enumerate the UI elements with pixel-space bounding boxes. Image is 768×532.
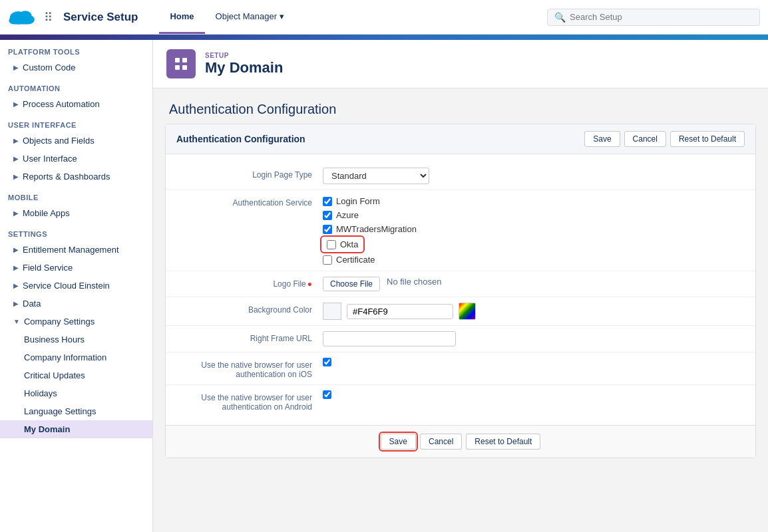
sidebar-item-language-settings[interactable]: Language Settings xyxy=(0,402,152,420)
setup-label: SETUP xyxy=(205,52,283,59)
sidebar-item-user-interface[interactable]: ▶ User Interface xyxy=(0,150,152,168)
sidebar-item-business-hours[interactable]: Business Hours xyxy=(0,331,152,348)
sidebar-item-label: Data xyxy=(23,299,41,309)
sidebar-item-company-information[interactable]: Company Information xyxy=(0,348,152,366)
search-bar: 🔍 xyxy=(547,9,760,26)
chevron-icon: ▶ xyxy=(13,264,19,271)
section-title: Authentication Configuration xyxy=(153,88,768,124)
svg-rect-6 xyxy=(182,58,187,63)
auth-mwtradmig-label: MWTradersMigration xyxy=(336,224,417,234)
auth-login-form-label: Login Form xyxy=(336,196,380,206)
nav-tab-home[interactable]: Home xyxy=(159,0,204,34)
auth-okta-checkbox[interactable] xyxy=(327,240,336,249)
page-header-text: SETUP My Domain xyxy=(205,52,283,76)
sidebar-item-label: Reports & Dashboards xyxy=(23,172,110,182)
save-button-bottom[interactable]: Save xyxy=(381,434,416,450)
bg-color-input[interactable] xyxy=(347,304,453,319)
auth-azure-checkbox[interactable] xyxy=(323,211,332,220)
chevron-icon: ▶ xyxy=(13,300,19,307)
auth-mwtradmig-checkbox[interactable] xyxy=(323,225,332,234)
sidebar-item-label: Holidays xyxy=(24,388,57,398)
chevron-icon: ▶ xyxy=(13,64,19,71)
auth-azure-label: Azure xyxy=(336,210,359,220)
right-frame-url-label: Right Frame URL xyxy=(176,331,323,343)
android-checkbox[interactable] xyxy=(323,390,331,399)
login-page-type-select[interactable]: Standard Custom xyxy=(323,168,429,184)
sidebar-item-objects-and-fields[interactable]: ▶ Objects and Fields xyxy=(0,132,152,150)
sidebar-item-company-settings[interactable]: ▼ Company Settings xyxy=(0,313,152,331)
auth-certificate-label: Certificate xyxy=(336,255,375,265)
chevron-icon: ▶ xyxy=(13,246,19,253)
login-page-type-control: Standard Custom xyxy=(323,168,745,184)
nav-tabs: Home Object Manager ▾ xyxy=(159,0,295,34)
sidebar-item-mobile-apps[interactable]: ▶ Mobile Apps xyxy=(0,204,152,222)
auth-service-label: Authentication Service xyxy=(176,196,323,207)
login-page-type-row: Login Page Type Standard Custom xyxy=(166,162,755,190)
login-page-type-label: Login Page Type xyxy=(176,168,323,180)
sidebar-item-label: My Domain xyxy=(24,424,70,434)
sidebar-item-field-service[interactable]: ▶ Field Service xyxy=(0,259,152,277)
sidebar-item-critical-updates[interactable]: Critical Updates xyxy=(0,366,152,384)
ios-row: Use the native browser for user authenti… xyxy=(166,352,755,385)
logo-file-label: Logo File● xyxy=(176,277,323,289)
android-control xyxy=(323,390,745,399)
right-frame-url-control xyxy=(323,331,745,346)
bg-color-row: Background Color xyxy=(166,297,755,326)
sidebar-item-label: Service Cloud Einstein xyxy=(23,281,110,291)
chevron-icon: ▶ xyxy=(13,137,19,144)
top-bar: ⠿ Service Setup Home Object Manager ▾ 🔍 xyxy=(0,0,768,35)
right-frame-url-input[interactable] xyxy=(323,331,456,346)
settings-header: SETTINGS xyxy=(0,222,152,241)
automation-header: AUTOMATION xyxy=(0,76,152,95)
form-card-header: Authentication Configuration Save Cancel… xyxy=(166,124,755,154)
sidebar-item-service-cloud-einstein[interactable]: ▶ Service Cloud Einstein xyxy=(0,277,152,295)
auth-certificate-checkbox[interactable] xyxy=(323,255,332,265)
sidebar-item-label: Business Hours xyxy=(24,334,85,344)
bg-color-control xyxy=(323,303,745,320)
sidebar-item-custom-code[interactable]: ▶ Custom Code xyxy=(0,59,152,76)
auth-azure-row: Azure xyxy=(323,209,745,221)
auth-okta-row: Okta xyxy=(323,237,745,251)
choose-file-button[interactable]: Choose File xyxy=(323,277,380,291)
form-body: Login Page Type Standard Custom Authenti… xyxy=(166,154,755,425)
app-grid-icon[interactable]: ⠿ xyxy=(44,10,53,25)
android-row: Use the native browser for user authenti… xyxy=(166,385,755,417)
search-input[interactable] xyxy=(570,12,753,22)
auth-okta-label: Okta xyxy=(340,239,358,249)
sidebar-item-label: User Interface xyxy=(23,154,77,164)
sidebar-item-label: Company Settings xyxy=(24,317,95,327)
sidebar-item-reports-dashboards[interactable]: ▶ Reports & Dashboards xyxy=(0,168,152,186)
sidebar-item-process-automation[interactable]: ▶ Process Automation xyxy=(0,95,152,113)
sidebar-item-data[interactable]: ▶ Data xyxy=(0,295,152,313)
main-layout: PLATFORM TOOLS ▶ Custom Code AUTOMATION … xyxy=(0,40,768,532)
sidebar-item-label: Critical Updates xyxy=(24,370,85,380)
content-area: SETUP My Domain Authentication Configura… xyxy=(153,40,768,532)
ios-checkbox[interactable] xyxy=(323,358,331,366)
top-btn-group: Save Cancel Reset to Default xyxy=(584,131,745,147)
sidebar-item-label: Process Automation xyxy=(23,99,100,109)
sidebar-item-label: Company Information xyxy=(24,352,106,362)
nav-tab-object-manager[interactable]: Object Manager ▾ xyxy=(205,0,295,34)
save-button-top[interactable]: Save xyxy=(584,131,620,147)
form-card-title: Authentication Configuration xyxy=(176,134,305,144)
auth-service-control: Login Form Azure MWTradersMigration xyxy=(323,196,745,265)
auth-login-form-checkbox[interactable] xyxy=(323,197,332,206)
chevron-down-icon: ▼ xyxy=(13,318,20,325)
chevron-down-icon: ▾ xyxy=(280,11,284,21)
reset-button-bottom[interactable]: Reset to Default xyxy=(466,434,540,450)
svg-rect-8 xyxy=(182,65,187,70)
bottom-actions: Save Cancel Reset to Default xyxy=(166,425,755,458)
chevron-icon: ▶ xyxy=(13,173,19,180)
salesforce-logo xyxy=(8,7,36,28)
svg-rect-4 xyxy=(12,17,33,24)
sidebar-item-my-domain[interactable]: My Domain xyxy=(0,420,152,438)
cancel-button-top[interactable]: Cancel xyxy=(624,131,666,147)
reset-button-top[interactable]: Reset to Default xyxy=(670,131,745,147)
user-interface-header: USER INTERFACE xyxy=(0,113,152,132)
color-picker-button[interactable] xyxy=(459,303,476,320)
svg-rect-5 xyxy=(175,58,180,63)
sidebar-item-label: Objects and Fields xyxy=(23,136,95,146)
cancel-button-bottom[interactable]: Cancel xyxy=(420,434,462,450)
sidebar-item-holidays[interactable]: Holidays xyxy=(0,384,152,402)
sidebar-item-entitlement-management[interactable]: ▶ Entitlement Management xyxy=(0,241,152,259)
